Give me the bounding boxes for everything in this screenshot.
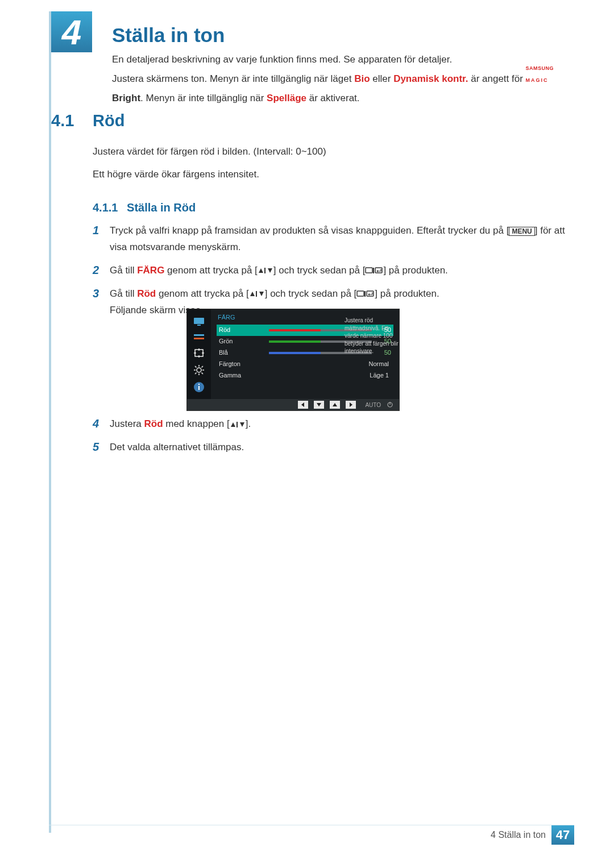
step-5: 5 Det valda alternativet tillämpas. bbox=[93, 439, 566, 456]
osd-bottom-bar: AUTO bbox=[187, 399, 399, 410]
gear-icon bbox=[193, 364, 205, 376]
footer-chapter-label: 4 Ställa in ton bbox=[491, 828, 546, 842]
svg-rect-15 bbox=[197, 325, 201, 326]
osd-row-value: Normal bbox=[264, 359, 391, 369]
subsection-heading: 4.1.1 Ställa in Röd bbox=[93, 199, 196, 216]
sliders-icon bbox=[193, 333, 205, 342]
power-icon bbox=[387, 401, 393, 408]
svg-line-31 bbox=[202, 366, 204, 368]
osd-row-label: Röd bbox=[219, 325, 264, 335]
step-4: 4 Justera Röd med knappen []. bbox=[93, 416, 566, 433]
svg-line-28 bbox=[195, 366, 197, 368]
subsection-title: Ställa in Röd bbox=[127, 201, 196, 214]
samsung-magic-label: SAMSUNGMAGIC bbox=[526, 69, 549, 89]
svg-marker-37 bbox=[333, 403, 337, 406]
nav-right-icon bbox=[346, 401, 356, 409]
osd-help-text: Justera röd mättnadsnivå. Ett värde närm… bbox=[345, 317, 401, 355]
svg-marker-6 bbox=[376, 270, 378, 272]
osd-row-label: Gamma bbox=[219, 371, 264, 380]
svg-marker-41 bbox=[231, 422, 235, 427]
svg-rect-8 bbox=[256, 291, 257, 297]
display-enter-icon bbox=[356, 288, 375, 299]
osd-row: GammaLäge 1 bbox=[217, 370, 393, 381]
svg-rect-34 bbox=[198, 384, 200, 385]
svg-marker-0 bbox=[259, 268, 263, 273]
chapter-number: 4 bbox=[62, 6, 81, 59]
resize-icon bbox=[193, 347, 205, 359]
svg-marker-43 bbox=[240, 422, 244, 427]
svg-rect-16 bbox=[194, 334, 204, 336]
svg-rect-42 bbox=[237, 422, 238, 427]
osd-row-label: Blå bbox=[219, 348, 264, 358]
chapter-title: Ställa in ton bbox=[112, 20, 225, 51]
display-enter-icon bbox=[365, 265, 383, 276]
nav-up-icon bbox=[330, 401, 340, 409]
section-title: Röd bbox=[93, 109, 125, 134]
auto-label: AUTO bbox=[365, 401, 381, 409]
chapter-intro: En detaljerad beskrivning av varje funkt… bbox=[112, 50, 566, 108]
step-2: 2 Gå till FÄRG genom att trycka på [] oc… bbox=[93, 263, 566, 279]
left-accent-bar bbox=[49, 11, 51, 833]
svg-marker-7 bbox=[250, 292, 255, 296]
page-footer: 4 Ställa in ton 47 bbox=[49, 825, 574, 844]
section-para-2: Ett högre värde ökar färgens intensitet. bbox=[93, 167, 566, 182]
osd-row: FärgtonNormal bbox=[217, 359, 393, 370]
svg-line-30 bbox=[195, 373, 197, 375]
osd-sidebar bbox=[187, 309, 211, 400]
svg-rect-1 bbox=[264, 268, 265, 273]
svg-marker-38 bbox=[350, 402, 352, 407]
osd-row-label: Färgton bbox=[219, 359, 264, 369]
svg-marker-35 bbox=[301, 402, 304, 407]
step-1: 1 Tryck på valfri knapp på framsidan av … bbox=[93, 223, 566, 256]
subsection-number: 4.1.1 bbox=[93, 201, 118, 214]
menu-button-label: MENU bbox=[509, 227, 534, 236]
svg-rect-33 bbox=[198, 386, 200, 390]
svg-marker-36 bbox=[317, 403, 321, 406]
svg-line-29 bbox=[202, 373, 204, 375]
nav-down-icon bbox=[314, 401, 324, 409]
nav-left-icon bbox=[298, 401, 308, 409]
intro-line-1: En detaljerad beskrivning av varje funkt… bbox=[112, 50, 566, 69]
section-para-1: Justera värdet för färgen röd i bilden. … bbox=[93, 144, 566, 159]
info-icon bbox=[193, 381, 205, 393]
intro-line-2: Justera skärmens ton. Menyn är inte till… bbox=[112, 69, 566, 108]
svg-rect-4 bbox=[373, 268, 374, 273]
up-down-arrows-icon bbox=[249, 288, 265, 299]
svg-marker-2 bbox=[268, 268, 272, 273]
monitor-icon bbox=[193, 317, 205, 327]
page-number: 47 bbox=[551, 825, 574, 845]
section-number: 4.1 bbox=[51, 109, 74, 134]
svg-point-23 bbox=[197, 368, 201, 372]
svg-marker-13 bbox=[368, 293, 370, 296]
svg-marker-9 bbox=[259, 292, 264, 296]
svg-rect-10 bbox=[357, 291, 364, 296]
steps-list-after: 4 Justera Röd med knappen []. 5 Det vald… bbox=[93, 416, 566, 463]
chapter-number-box: 4 bbox=[51, 11, 92, 52]
svg-rect-11 bbox=[364, 291, 366, 297]
svg-rect-14 bbox=[194, 318, 204, 324]
up-down-arrows-icon bbox=[258, 265, 273, 276]
svg-rect-17 bbox=[194, 338, 204, 339]
up-down-arrows-icon bbox=[230, 418, 246, 429]
osd-row-value: Läge 1 bbox=[264, 371, 391, 380]
osd-row-label: Grön bbox=[219, 337, 264, 346]
svg-rect-3 bbox=[366, 268, 372, 273]
